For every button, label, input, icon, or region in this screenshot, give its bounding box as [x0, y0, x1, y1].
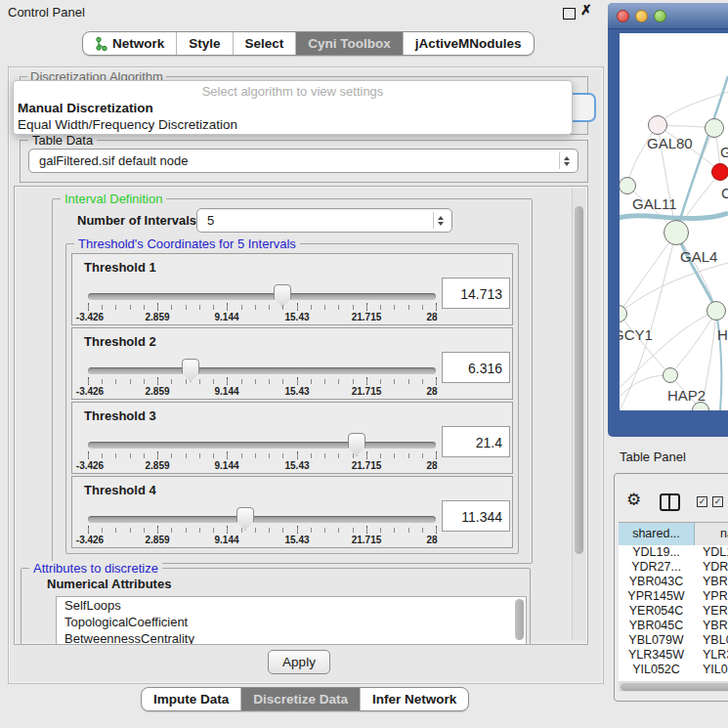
tick-label: 28: [426, 312, 437, 322]
threshold-2-value-field[interactable]: 6.316: [442, 352, 510, 383]
cell[interactable]: YBR043C: [619, 575, 694, 589]
table-row[interactable]: YBL079WYBL0: [619, 633, 728, 648]
threshold-1-slider[interactable]: [88, 293, 436, 300]
tick-label: -3.426: [76, 535, 104, 545]
cell[interactable]: YBL079W: [619, 633, 694, 648]
threshold-2-label: Threshold 2: [84, 334, 156, 349]
tab-discretize-data[interactable]: Discretize Data: [241, 688, 361, 710]
numerical-attributes-label: Numerical Attributes: [47, 577, 171, 591]
cell[interactable]: YBR0: [694, 619, 728, 633]
table-row[interactable]: YIL052CYIL0: [619, 663, 728, 677]
column-header-shared-name[interactable]: shared...: [619, 523, 695, 545]
node-selected-red[interactable]: [711, 163, 728, 181]
threshold-4-slider[interactable]: [88, 516, 436, 523]
cell[interactable]: YBR045C: [619, 619, 694, 633]
tab-cyni-toolbox-label: Cyni Toolbox: [308, 36, 391, 51]
spinner-icon[interactable]: [559, 152, 574, 168]
threshold-3-label: Threshold 3: [84, 408, 156, 423]
bottom-tabs: Impute Data Discretize Data Infer Networ…: [141, 687, 469, 711]
network-window-titlebar[interactable]: [608, 3, 728, 29]
table-hscrollbar[interactable]: [619, 681, 728, 692]
tab-impute-data[interactable]: Impute Data: [142, 688, 241, 710]
table-hscrollbar-thumb[interactable]: [621, 683, 728, 691]
cell[interactable]: YDR2: [694, 560, 728, 575]
checkbox-icon[interactable]: ✓: [712, 496, 723, 507]
threshold-1-value-field[interactable]: 14.713: [442, 278, 510, 309]
spinner-icon[interactable]: [433, 212, 448, 228]
tick-label: 21.715: [352, 460, 382, 471]
cell[interactable]: YDL1: [694, 545, 728, 560]
settings-scrollbar[interactable]: [572, 189, 585, 640]
table-row[interactable]: YLR345WYLR3: [619, 648, 728, 663]
list-scrollbar[interactable]: [515, 599, 524, 640]
tab-network-label: Network: [112, 36, 164, 51]
tab-style[interactable]: Style: [177, 32, 233, 55]
threshold-3-slider[interactable]: [88, 442, 436, 449]
threshold-3-panel: Threshold 3 -3.426 2.859 9.144 15.43 21.…: [71, 402, 513, 474]
panel-title: Control Panel: [8, 5, 85, 20]
cell[interactable]: YER0: [694, 604, 728, 619]
float-icon[interactable]: [563, 8, 576, 20]
tab-select-label: Select: [245, 36, 284, 51]
cell[interactable]: YER054C: [619, 604, 694, 619]
num-intervals-label: Number of Intervals: [77, 213, 196, 228]
tab-cyni-toolbox[interactable]: Cyni Toolbox: [296, 32, 404, 55]
threshold-2-panel: Threshold 2 -3.426 2.859 9.144 15.43 21.…: [71, 327, 513, 400]
attributes-list: SelfLoops TopologicalCoefficient Between…: [56, 596, 527, 645]
cell[interactable]: YPR1: [694, 589, 728, 604]
zoom-traffic-light-icon[interactable]: [654, 10, 666, 22]
list-item[interactable]: TopologicalCoefficient: [57, 614, 526, 630]
list-item[interactable]: SelfLoops: [57, 597, 526, 614]
network-window: GAL80 GAL11 GAL4 GCY1 HAP2 H GA C: [608, 3, 728, 437]
num-intervals-combobox[interactable]: 5: [196, 208, 452, 233]
threshold-3-value-field[interactable]: 21.4: [442, 426, 510, 457]
table-row[interactable]: YPR145WYPR1: [619, 589, 728, 604]
network-canvas[interactable]: GAL80 GAL11 GAL4 GCY1 HAP2 H GA C: [620, 33, 728, 410]
tab-infer-network[interactable]: Infer Network: [361, 688, 468, 710]
node-hap2[interactable]: [663, 367, 678, 383]
cell[interactable]: YDL19...: [619, 545, 694, 560]
settings-scrollbar-thumb[interactable]: [575, 206, 583, 554]
gear-icon[interactable]: ⚙: [626, 492, 641, 508]
thresholds-group-label: Threshold's Coordinates for 5 Intervals: [74, 236, 300, 251]
table-row[interactable]: YBR043CYBR0: [619, 575, 728, 589]
tick-label: 9.144: [214, 386, 238, 397]
close-icon[interactable]: ✗: [580, 2, 592, 18]
cell[interactable]: YIL0: [694, 663, 728, 677]
threshold-2-slider[interactable]: [88, 367, 436, 374]
cell[interactable]: YIL052C: [619, 663, 694, 677]
minimize-traffic-light-icon[interactable]: [635, 10, 648, 22]
node[interactable]: [707, 301, 726, 321]
node-label: HAP2: [667, 387, 706, 404]
node-gal4[interactable]: [664, 220, 689, 245]
threshold-4-label: Threshold 4: [84, 483, 156, 497]
cell[interactable]: YBL0: [694, 633, 728, 648]
cell[interactable]: YPR145W: [619, 589, 694, 604]
dropdown-option-manual[interactable]: Manual Discretization: [14, 99, 572, 115]
table-row[interactable]: YER054CYER0: [619, 604, 728, 619]
tab-select[interactable]: Select: [234, 32, 297, 55]
cell[interactable]: YBR0: [694, 575, 728, 589]
dropdown-option-equal-width[interactable]: Equal Width/Frequency Discretization: [14, 115, 572, 132]
threshold-4-value-field[interactable]: 11.344: [442, 500, 510, 532]
split-columns-icon[interactable]: [660, 493, 680, 511]
cell[interactable]: YLR345W: [619, 648, 694, 663]
column-header-name[interactable]: na: [695, 523, 728, 545]
node[interactable]: [705, 118, 724, 138]
close-traffic-light-icon[interactable]: [617, 10, 629, 22]
table-row[interactable]: YBR045CYBR0: [619, 619, 728, 633]
node-gal80[interactable]: [648, 115, 667, 135]
checkbox-icon[interactable]: ✓: [697, 496, 707, 507]
tab-network[interactable]: Network: [83, 32, 177, 55]
table-rows: YDL19...YDL1 YDR27...YDR2 YBR043CYBR0 YP…: [619, 545, 728, 681]
tick-label: 15.43: [284, 312, 309, 322]
tab-infer-network-label: Infer Network: [372, 692, 456, 707]
table-row[interactable]: YDL19...YDL1: [619, 545, 728, 560]
table-data-combobox[interactable]: galFiltered.sif default node: [28, 149, 578, 173]
cell[interactable]: YDR27...: [619, 560, 694, 575]
cell[interactable]: YLR3: [694, 648, 728, 663]
tab-jactivemnodules[interactable]: jActiveMNodules: [404, 32, 534, 55]
list-item[interactable]: BetweennessCentrality: [57, 630, 526, 645]
apply-button[interactable]: Apply: [268, 650, 330, 674]
table-row[interactable]: YDR27...YDR2: [619, 560, 728, 575]
